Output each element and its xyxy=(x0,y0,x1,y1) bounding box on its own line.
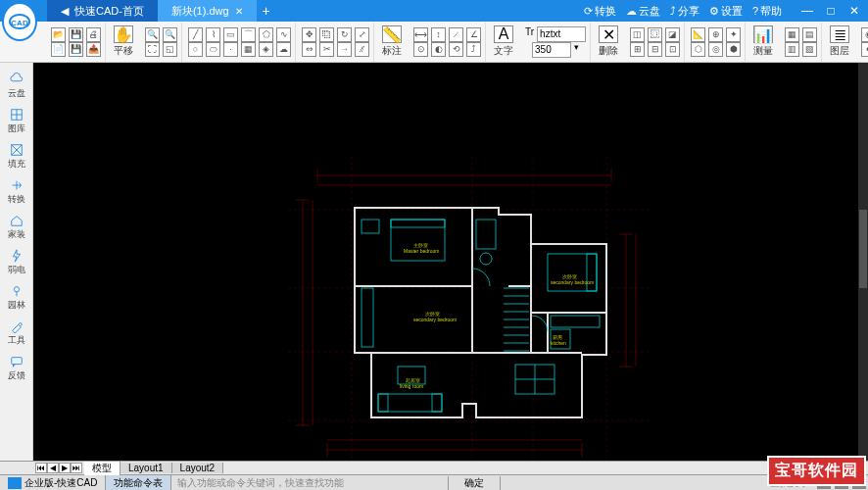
rotate-icon[interactable]: ↻ xyxy=(337,27,352,42)
settings-button[interactable]: ⚙设置 xyxy=(709,4,743,19)
block1-icon[interactable]: ◫ xyxy=(630,27,645,42)
saveas-icon[interactable]: 💾 xyxy=(69,42,83,57)
sidebar-elec[interactable]: 弱电 xyxy=(0,245,32,280)
sidebar-transform[interactable]: 转换 xyxy=(0,174,32,210)
ok-button[interactable]: 确定 xyxy=(448,476,501,490)
util2-icon[interactable]: ⊕ xyxy=(708,27,723,42)
block3-icon[interactable]: ◪ xyxy=(665,27,680,42)
util5-icon[interactable]: ◎ xyxy=(708,42,723,57)
circle-icon[interactable]: ○ xyxy=(188,42,203,57)
block6-icon[interactable]: ⊡ xyxy=(665,42,680,57)
point-icon[interactable]: · xyxy=(223,42,238,57)
maximize-button[interactable]: □ xyxy=(823,4,839,18)
add-tab-button[interactable]: + xyxy=(257,0,276,22)
sidebar-home[interactable]: 家装 xyxy=(0,210,32,245)
zoomwin-icon[interactable]: ◱ xyxy=(163,42,177,57)
export-icon[interactable]: 📤 xyxy=(86,42,101,57)
mirror-icon[interactable]: ⇔ xyxy=(302,42,316,57)
sidebar-library[interactable]: 图库 xyxy=(0,104,32,139)
hatch-icon[interactable]: ▦ xyxy=(241,42,256,57)
open-icon[interactable]: 📂 xyxy=(51,27,66,42)
sidebar-cloud[interactable]: 云盘 xyxy=(0,69,32,104)
region-icon[interactable]: ◈ xyxy=(259,42,273,57)
dim6-icon[interactable]: ◐ xyxy=(431,42,446,57)
pline-icon[interactable]: ⌇ xyxy=(206,27,220,42)
copy-icon[interactable]: ⿻ xyxy=(319,27,334,42)
grid4-icon[interactable]: ▧ xyxy=(802,42,817,57)
layout-next[interactable]: ▶ xyxy=(59,463,71,473)
layout-last[interactable]: ⏭ xyxy=(71,463,82,473)
dim7-icon[interactable]: ⟲ xyxy=(449,42,463,57)
sidebar-garden[interactable]: 园林 xyxy=(0,280,32,316)
font-select[interactable] xyxy=(537,26,586,42)
tab-layout1[interactable]: Layout1 xyxy=(121,463,172,473)
tab-model[interactable]: 模型 xyxy=(84,462,121,475)
util4-icon[interactable]: ⬡ xyxy=(691,42,705,57)
annotate-button[interactable]: 📏标注 xyxy=(376,25,408,58)
save-icon[interactable]: 💾 xyxy=(69,27,83,42)
layout-first[interactable]: ⏮ xyxy=(35,463,47,473)
rect-icon[interactable]: ▭ xyxy=(223,27,238,42)
grid3-icon[interactable]: ▥ xyxy=(785,42,799,57)
dim8-icon[interactable]: ⤴ xyxy=(466,42,481,57)
block5-icon[interactable]: ⊟ xyxy=(648,42,662,57)
lay3-icon[interactable]: ● xyxy=(861,42,868,57)
new-icon[interactable]: 📄 xyxy=(51,42,66,57)
trim-icon[interactable]: ✂ xyxy=(319,42,334,57)
tab-home[interactable]: ◀快速CAD-首页 xyxy=(47,0,158,22)
dim1-icon[interactable]: ⟷ xyxy=(413,27,428,42)
util6-icon[interactable]: ⬢ xyxy=(726,42,741,57)
grid1-icon[interactable]: ▦ xyxy=(785,27,799,42)
layout-prev[interactable]: ◀ xyxy=(47,463,59,473)
help-button[interactable]: ?帮助 xyxy=(752,4,782,19)
extend-icon[interactable]: → xyxy=(337,42,352,57)
command-table-button[interactable]: 功能命令表 xyxy=(106,475,171,490)
zoomfit-icon[interactable]: ⛶ xyxy=(145,42,160,57)
text-button[interactable]: A文字 xyxy=(488,25,519,58)
pan-button[interactable]: ✋平移 xyxy=(108,25,139,58)
convert-button[interactable]: ⟳转换 xyxy=(584,4,616,19)
svg-rect-54 xyxy=(432,394,442,412)
close-icon[interactable]: ✕ xyxy=(235,6,243,17)
dim3-icon[interactable]: ⟋ xyxy=(449,27,463,42)
grid2-icon[interactable]: ▤ xyxy=(802,27,817,42)
tab-layout2[interactable]: Layout2 xyxy=(172,463,224,473)
zoomin-icon[interactable]: 🔍 xyxy=(145,27,160,42)
cloud-icon[interactable]: ☁ xyxy=(276,42,291,57)
app-logo[interactable]: CAD xyxy=(2,2,37,41)
layer-button[interactable]: ≣图层 xyxy=(824,25,855,58)
svg-text:CAD: CAD xyxy=(11,19,28,27)
cloud-button[interactable]: ☁云盘 xyxy=(626,4,660,19)
drawing-canvas[interactable]: 主卧室Master bedroom 次卧室secondary bedroom 次… xyxy=(33,63,868,461)
print-icon[interactable]: 🖨 xyxy=(86,27,101,42)
arc-icon[interactable]: ⌒ xyxy=(241,27,256,42)
sidebar-tools[interactable]: 工具 xyxy=(0,316,32,351)
util1-icon[interactable]: 📐 xyxy=(691,27,705,42)
delete-button[interactable]: ✕删除 xyxy=(593,25,624,58)
util3-icon[interactable]: ✦ xyxy=(726,27,741,42)
block4-icon[interactable]: ⊞ xyxy=(630,42,645,57)
sidebar-feedback[interactable]: 反馈 xyxy=(0,351,32,386)
lay1-icon[interactable]: ◉ xyxy=(861,27,868,42)
block2-icon[interactable]: ⿴ xyxy=(648,27,662,42)
sidebar-fill[interactable]: 填充 xyxy=(0,139,32,174)
share-button[interactable]: ⤴分享 xyxy=(670,4,699,19)
minimize-button[interactable]: — xyxy=(799,4,815,18)
dim4-icon[interactable]: ∠ xyxy=(466,27,481,42)
line-icon[interactable]: ╱ xyxy=(188,27,203,42)
offset-icon[interactable]: ⫽ xyxy=(355,42,369,57)
close-button[interactable]: ✕ xyxy=(846,4,862,18)
dim2-icon[interactable]: ↕ xyxy=(431,27,446,42)
svg-rect-53 xyxy=(378,394,388,412)
command-input[interactable]: 输入功能或命令关键词，快速查找功能 xyxy=(171,476,447,490)
dim5-icon[interactable]: ⊙ xyxy=(413,42,428,57)
measure-button[interactable]: 📊测量 xyxy=(747,25,779,58)
spline-icon[interactable]: ∿ xyxy=(276,27,291,42)
move-icon[interactable]: ✥ xyxy=(302,27,316,42)
scale-icon[interactable]: ⤢ xyxy=(355,27,369,42)
zoomout-icon[interactable]: 🔍 xyxy=(163,27,177,42)
ellipse-icon[interactable]: ⬭ xyxy=(206,42,220,57)
poly-icon[interactable]: ⬠ xyxy=(259,27,273,42)
size-input[interactable] xyxy=(532,42,571,58)
tab-file[interactable]: 新块(1).dwg✕ xyxy=(158,0,257,22)
